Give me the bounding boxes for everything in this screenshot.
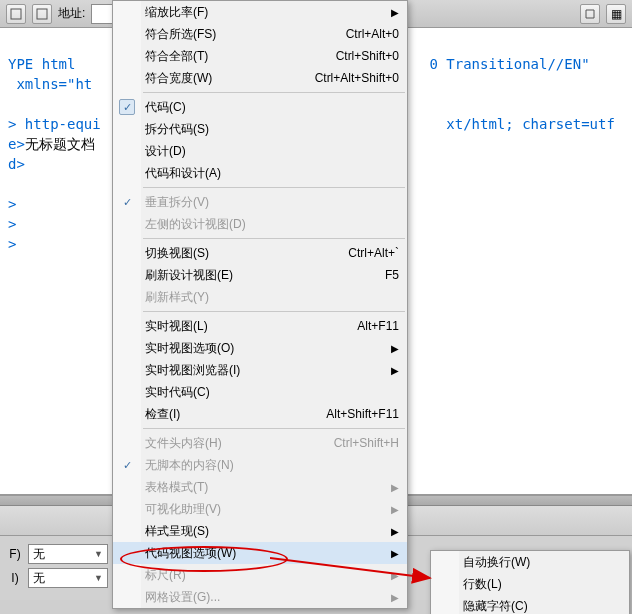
menu-item[interactable]: 缩放比率(F)▶ — [113, 1, 407, 23]
menu-item[interactable]: 实时视图浏览器(I)▶ — [113, 359, 407, 381]
menu-item[interactable]: 样式呈现(S)▶ — [113, 520, 407, 542]
menu-item[interactable]: 符合所选(FS)Ctrl+Alt+0 — [113, 23, 407, 45]
tool-icon[interactable] — [32, 4, 52, 24]
menu-item[interactable]: 符合宽度(W)Ctrl+Alt+Shift+0 — [113, 67, 407, 89]
menu-item[interactable]: 刷新设计视图(E)F5 — [113, 264, 407, 286]
menu-item: 网格设置(G)...▶ — [113, 586, 407, 608]
prop-i-select[interactable]: 无▼ — [28, 568, 108, 588]
prop-f-label: F) — [6, 547, 24, 561]
menu-item[interactable]: ✓代码(C) — [113, 96, 407, 118]
svg-rect-0 — [11, 9, 21, 19]
code-view-options-submenu: 自动换行(W)行数(L)隐藏字符(C) — [430, 550, 630, 614]
menu-item[interactable]: 实时代码(C) — [113, 381, 407, 403]
prop-i-label: I) — [6, 571, 24, 585]
menu-item: 左侧的设计视图(D) — [113, 213, 407, 235]
menu-item[interactable]: 实时视图(L)Alt+F11 — [113, 315, 407, 337]
menu-item[interactable]: 代码和设计(A) — [113, 162, 407, 184]
menu-item[interactable]: 切换视图(S)Ctrl+Alt+` — [113, 242, 407, 264]
menu-item[interactable]: 实时视图选项(O)▶ — [113, 337, 407, 359]
tool-icon[interactable] — [580, 4, 600, 24]
menu-item: 可视化助理(V)▶ — [113, 498, 407, 520]
tool-icon[interactable]: ▦ — [606, 4, 626, 24]
menu-item: 文件头内容(H)Ctrl+Shift+H — [113, 432, 407, 454]
tool-icon[interactable] — [6, 4, 26, 24]
address-label: 地址: — [58, 5, 85, 22]
menu-item: 标尺(R)▶ — [113, 564, 407, 586]
menu-item[interactable]: 代码视图选项(W)▶ — [113, 542, 407, 564]
menu-item[interactable]: 自动换行(W) — [431, 551, 629, 573]
menu-item[interactable]: 符合全部(T)Ctrl+Shift+0 — [113, 45, 407, 67]
menu-item: ✓无脚本的内容(N) — [113, 454, 407, 476]
menu-item[interactable]: 行数(L) — [431, 573, 629, 595]
menu-item: 表格模式(T)▶ — [113, 476, 407, 498]
menu-item: 刷新样式(Y) — [113, 286, 407, 308]
menu-item[interactable]: 检查(I)Alt+Shift+F11 — [113, 403, 407, 425]
menu-item[interactable]: 拆分代码(S) — [113, 118, 407, 140]
menu-item[interactable]: 隐藏字符(C) — [431, 595, 629, 614]
svg-rect-1 — [37, 9, 47, 19]
menu-item[interactable]: 设计(D) — [113, 140, 407, 162]
view-menu: 缩放比率(F)▶符合所选(FS)Ctrl+Alt+0符合全部(T)Ctrl+Sh… — [112, 0, 408, 609]
menu-item: ✓垂直拆分(V) — [113, 191, 407, 213]
prop-f-select[interactable]: 无▼ — [28, 544, 108, 564]
